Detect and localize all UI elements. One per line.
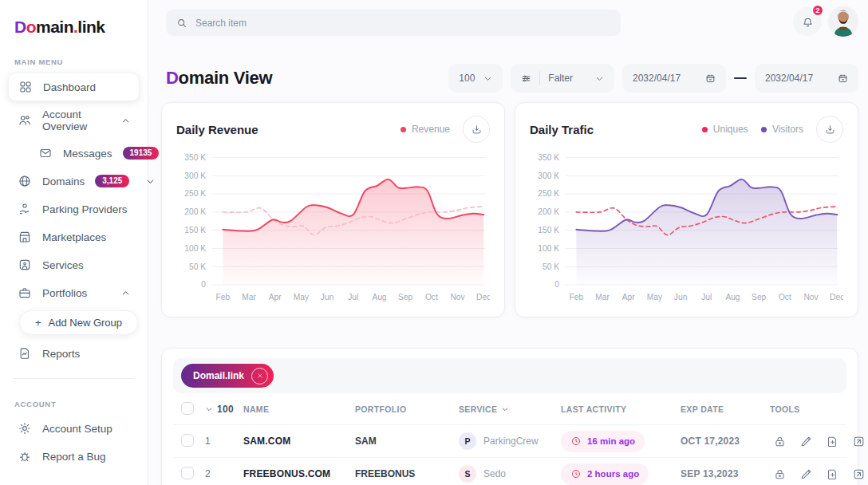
download-icon xyxy=(824,124,836,136)
edit-button[interactable] xyxy=(796,432,815,451)
export-button[interactable] xyxy=(849,464,868,483)
sidebar-item-parking-providers[interactable]: Parking Providers xyxy=(8,195,140,223)
service-avatar: S xyxy=(459,465,476,483)
download-icon xyxy=(471,124,483,136)
table-row: 1SAM.COMSAMPParkingCrew16 min agoOCT 17,… xyxy=(173,425,846,458)
sidebar-item-label: Parking Providers xyxy=(42,203,128,215)
file-add-button[interactable] xyxy=(823,432,842,451)
export-button[interactable] xyxy=(849,432,868,451)
add-new-group-button[interactable]: + Add New Group xyxy=(19,310,138,335)
svg-text:50 K: 50 K xyxy=(542,262,559,271)
search-input[interactable] xyxy=(195,18,610,29)
domain-name[interactable]: SAM.COM xyxy=(243,436,355,447)
table-body: 1SAM.COMSAMPParkingCrew16 min agoOCT 17,… xyxy=(173,425,846,485)
chevron-down-icon xyxy=(483,74,492,83)
select-all-checkbox[interactable] xyxy=(181,402,194,415)
chevron-down-icon xyxy=(501,405,509,413)
bug-icon xyxy=(18,449,32,463)
file-add-icon xyxy=(826,467,839,481)
sidebar-divider xyxy=(13,378,135,379)
sidebar-item-dashboard[interactable]: Dashboard xyxy=(8,73,140,101)
svg-text:Oct: Oct xyxy=(779,293,791,302)
hand-coin-icon xyxy=(18,202,32,216)
sidebar-item-label: Domains xyxy=(42,175,85,187)
notifications-button[interactable]: 2 xyxy=(793,7,822,36)
sidebar-item-domains[interactable]: Domains 3,125 xyxy=(8,168,140,195)
page-size-select[interactable]: 100 xyxy=(448,64,503,93)
export-icon xyxy=(852,467,866,481)
last-activity-badge: 2 hours ago xyxy=(561,463,649,485)
column-service[interactable]: SERVICE xyxy=(459,404,561,414)
legend-item: Revenue xyxy=(400,124,450,135)
app-logo: Domain.link xyxy=(14,18,133,37)
svg-text:Dec: Dec xyxy=(476,293,490,302)
download-chart-button[interactable] xyxy=(463,116,490,143)
column-page-size[interactable]: 100 xyxy=(205,404,243,415)
download-chart-button[interactable] xyxy=(816,116,843,143)
sidebar-item-reports[interactable]: Reports xyxy=(8,340,140,367)
file-add-button[interactable] xyxy=(823,464,842,483)
chart-title: Daily Revenue xyxy=(176,123,258,136)
sidebar-item-messages[interactable]: Messages 19135 xyxy=(8,140,140,167)
page-controls: 100 Falter 2032/04/17 2032/04/17 xyxy=(448,64,858,93)
portfolio-name: SAM xyxy=(355,436,459,447)
avatar-image xyxy=(828,6,858,37)
svg-text:Jun: Jun xyxy=(321,293,334,302)
sidebar: Domain.link MAIN MENU Dashboard Account … xyxy=(0,0,148,485)
sidebar-item-report-a-bug[interactable]: Report a Bug xyxy=(8,443,140,470)
row-checkbox[interactable] xyxy=(181,434,194,447)
svg-text:0: 0 xyxy=(201,280,206,289)
sidebar-item-services[interactable]: Services xyxy=(8,251,140,278)
clock-icon xyxy=(570,436,582,447)
edit-icon xyxy=(799,435,813,448)
row-index: 1 xyxy=(205,436,243,447)
date-from-picker[interactable]: 2032/04/17 xyxy=(622,64,726,93)
grid-icon xyxy=(18,80,33,94)
sidebar-item-label: Account Setup xyxy=(42,423,112,435)
legend-dot-icon xyxy=(761,127,767,132)
filter-dropdown[interactable]: Falter xyxy=(511,64,614,93)
svg-text:Nov: Nov xyxy=(450,293,465,302)
edit-button[interactable] xyxy=(796,464,815,483)
divider xyxy=(539,71,540,85)
legend-label: Visitors xyxy=(772,124,803,135)
svg-text:300 K: 300 K xyxy=(538,172,559,180)
revenue-chart: 350 K300 K250 K200 K150 K100 K50 K0FebMa… xyxy=(176,149,490,309)
column-tools: TOOLS xyxy=(770,404,838,414)
svg-text:Mar: Mar xyxy=(595,293,610,302)
lock-button[interactable] xyxy=(770,432,789,451)
sidebar-item-label: Report a Bug xyxy=(42,451,106,463)
chart-title: Daily Trafic xyxy=(530,123,594,136)
envelope-icon xyxy=(38,146,53,160)
svg-text:May: May xyxy=(647,293,663,302)
trafic-chart: 350 K300 K250 K200 K150 K100 K50 K0FebMa… xyxy=(530,149,843,309)
svg-text:300 K: 300 K xyxy=(184,172,206,180)
legend-dot-icon xyxy=(702,127,708,132)
daily-revenue-card: Daily Revenue Revenue 350 K300 K250 K200… xyxy=(161,102,505,317)
sidebar-item-label: Dashboard xyxy=(43,81,96,93)
service-cell: PParkingCrew xyxy=(459,432,561,450)
clock-icon xyxy=(570,468,582,479)
box-icon xyxy=(18,258,32,272)
sidebar-item-account-overview[interactable]: Account Overview xyxy=(8,102,140,139)
filter-chip[interactable]: Domail.link xyxy=(181,364,274,388)
svg-text:200 K: 200 K xyxy=(184,207,206,216)
legend-dot-icon xyxy=(400,127,406,132)
table-row: 2FREEBONUS.COMFREEBONUSSSedo2 hours agoS… xyxy=(173,458,846,485)
exp-date: SEP 13,2023 xyxy=(681,468,770,479)
active-filters-bar: Domail.link xyxy=(173,358,846,393)
close-icon[interactable] xyxy=(251,368,268,384)
lock-button[interactable] xyxy=(770,464,789,483)
svg-text:350 K: 350 K xyxy=(538,153,559,162)
main-content: 2 Domain View 100 Falter 20 xyxy=(148,0,868,485)
user-avatar[interactable] xyxy=(828,6,858,37)
domains-table-card: Domail.link 100 NAME PORTFOLIO SERVICE L… xyxy=(161,348,858,485)
sidebar-item-label: Reports xyxy=(42,348,80,360)
date-to-picker[interactable]: 2032/04/17 xyxy=(755,64,858,93)
account-section-label: ACCOUNT xyxy=(14,400,133,408)
sidebar-item-portfolios[interactable]: Portfolios xyxy=(8,279,140,306)
sidebar-item-marketplaces[interactable]: Marketplaces xyxy=(8,223,140,250)
domain-name[interactable]: FREEBONUS.COM xyxy=(243,468,355,479)
sidebar-item-account-setup[interactable]: Account Setup xyxy=(8,415,140,442)
row-checkbox[interactable] xyxy=(181,467,194,479)
